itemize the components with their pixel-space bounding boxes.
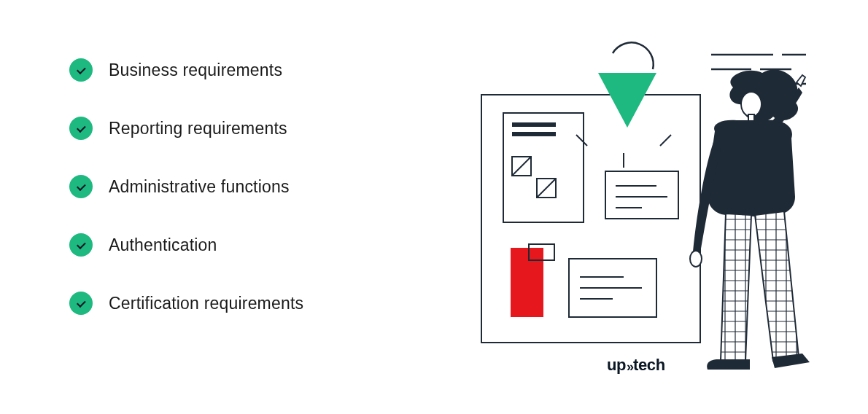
- checkmark-icon: [69, 117, 93, 140]
- list-item-label: Administrative functions: [109, 177, 290, 197]
- checkmark-icon: [69, 175, 93, 198]
- svg-marker-18: [598, 73, 656, 128]
- list-item: Certification requirements: [69, 292, 303, 315]
- requirement-list: Business requirements Reporting requirem…: [69, 58, 303, 315]
- list-item-label: Business requirements: [109, 60, 282, 80]
- svg-line-19: [576, 135, 587, 146]
- svg-rect-16: [511, 248, 543, 317]
- list-item: Authentication: [69, 233, 303, 257]
- svg-point-27: [741, 92, 762, 117]
- svg-line-7: [537, 179, 556, 198]
- list-item-label: Authentication: [109, 235, 217, 255]
- logo-part2: tech: [633, 356, 665, 374]
- svg-line-20: [660, 135, 671, 146]
- checkmark-icon: [69, 58, 93, 82]
- list-item: Administrative functions: [69, 175, 303, 198]
- svg-rect-1: [503, 113, 584, 222]
- board-illustration: [460, 26, 824, 390]
- list-item-label: Certification requirements: [109, 294, 303, 313]
- logo-part1: up: [607, 356, 626, 374]
- checkmark-icon: [69, 292, 93, 315]
- list-item: Reporting requirements: [69, 117, 303, 140]
- svg-rect-2: [512, 122, 556, 127]
- list-item: Business requirements: [69, 58, 303, 82]
- checkmark-icon: [69, 233, 93, 257]
- logo-separator-icon: »: [626, 359, 633, 375]
- svg-line-5: [512, 157, 531, 176]
- list-item-label: Reporting requirements: [109, 119, 287, 138]
- svg-rect-3: [512, 132, 556, 136]
- svg-rect-8: [605, 171, 678, 219]
- uptech-logo: up»tech: [607, 356, 665, 375]
- svg-point-29: [690, 251, 702, 267]
